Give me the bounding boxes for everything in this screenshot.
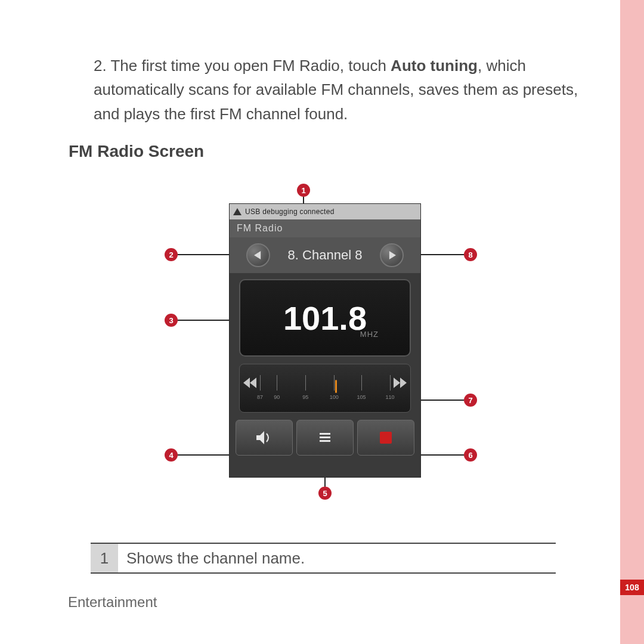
step-bold: Auto tuning <box>391 57 478 75</box>
dial-ticks: 87 90 95 100 105 110 <box>260 375 390 399</box>
table-row: 1 Shows the channel name. <box>91 544 556 572</box>
dial-needle <box>335 380 337 393</box>
svg-marker-3 <box>250 377 256 388</box>
svg-rect-7 <box>320 433 330 435</box>
rewind-icon <box>243 376 256 389</box>
callout-3: 3 <box>165 314 178 327</box>
page-number: 108 <box>620 580 644 595</box>
callout-7: 7 <box>464 394 477 407</box>
prev-channel-button[interactable] <box>246 243 270 267</box>
step-paragraph: 2. The first time you open FM Radio, tou… <box>94 54 600 126</box>
figure: 1 2 8 3 7 4 6 5 USB debugging connected … <box>167 184 501 500</box>
dial-label: 87 <box>257 394 263 400</box>
footer-section-name: Entertainment <box>68 594 157 611</box>
svg-marker-5 <box>400 377 407 388</box>
list-icon <box>316 429 334 447</box>
seek-back-button[interactable] <box>242 375 258 391</box>
status-text: USB debugging connected <box>245 208 335 216</box>
callout-4: 4 <box>165 448 178 462</box>
side-tab <box>620 0 644 644</box>
triangle-left-icon <box>254 251 262 259</box>
frequency-panel: 101.8 MHZ <box>239 279 411 357</box>
dial-label: 105 <box>357 394 366 400</box>
forward-icon <box>394 376 407 389</box>
step-number: 2. <box>94 57 107 75</box>
channel-row: 8. Channel 8 <box>230 237 420 273</box>
callout-2: 2 <box>165 248 178 261</box>
next-channel-button[interactable] <box>380 243 404 267</box>
frequency-value: 101.8 <box>283 299 367 338</box>
record-icon <box>380 432 392 444</box>
status-bar: USB debugging connected <box>230 204 420 219</box>
warning-icon <box>233 208 242 215</box>
svg-rect-8 <box>320 436 330 438</box>
menu-button[interactable] <box>296 420 354 456</box>
channel-name: 8. Channel 8 <box>288 247 363 263</box>
seek-forward-button[interactable] <box>392 375 408 391</box>
frequency-unit: MHZ <box>360 330 379 339</box>
svg-marker-1 <box>389 251 396 259</box>
svg-marker-2 <box>243 377 250 388</box>
callout-1: 1 <box>297 184 310 197</box>
phone-screenshot: USB debugging connected FM Radio 8. Chan… <box>229 203 421 478</box>
speaker-button[interactable] <box>236 420 293 456</box>
dial-label: 90 <box>274 394 280 400</box>
lead-3 <box>178 320 237 321</box>
step-pre: The first time you open FM Radio, touch <box>110 57 391 75</box>
callout-6: 6 <box>464 448 477 462</box>
section-heading: FM Radio Screen <box>69 142 204 161</box>
dial-label: 110 <box>385 394 394 400</box>
svg-marker-4 <box>394 377 400 388</box>
app-title: FM Radio <box>230 219 420 237</box>
dial-label: 100 <box>330 394 339 400</box>
callout-5: 5 <box>318 487 332 500</box>
svg-marker-0 <box>254 251 261 259</box>
speaker-icon <box>255 429 273 447</box>
callout-8: 8 <box>464 248 477 261</box>
svg-marker-6 <box>256 431 264 444</box>
legend-number: 1 <box>91 544 118 572</box>
legend-description: Shows the channel name. <box>118 544 556 572</box>
record-button[interactable] <box>357 420 414 456</box>
tuning-dial[interactable]: 87 90 95 100 105 110 <box>239 364 411 413</box>
dial-label: 95 <box>302 394 308 400</box>
legend-table: 1 Shows the channel name. <box>91 543 556 574</box>
svg-rect-9 <box>320 440 330 442</box>
bottom-toolbar <box>236 420 414 456</box>
triangle-right-icon <box>388 251 396 259</box>
